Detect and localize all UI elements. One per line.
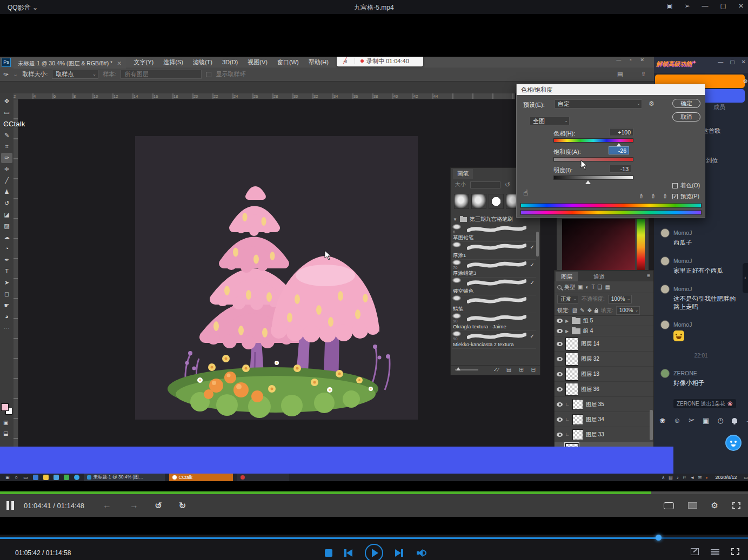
new-brush-icon[interactable]: ⊞ xyxy=(519,367,523,373)
layer-thumbnail[interactable] xyxy=(572,429,583,440)
forward-5-button[interactable]: ↻5 xyxy=(178,500,186,511)
lock-all-icon[interactable] xyxy=(595,310,598,313)
ps-close-icon[interactable]: ✕ xyxy=(640,57,644,63)
dialog-title[interactable]: 色相/饱和度 xyxy=(517,84,705,95)
tray-icon[interactable]: ▤ xyxy=(669,475,673,480)
hue-strip[interactable] xyxy=(637,219,645,270)
ps-tool[interactable]: ✒ xyxy=(1,255,12,265)
settings-gear-icon[interactable]: ⚙ xyxy=(743,78,748,84)
panel-menu-icon[interactable]: ≡ xyxy=(647,273,650,279)
tab-channels[interactable]: 通道 xyxy=(588,272,610,281)
cancel-button[interactable]: 取消 xyxy=(672,112,700,122)
layer-thumbnail[interactable] xyxy=(565,353,578,366)
layer-thumbnail[interactable] xyxy=(565,383,578,396)
lock-position-icon[interactable]: ✥ xyxy=(587,307,592,313)
eyedropper-icon[interactable]: ✑ xyxy=(638,191,645,199)
ps-menu-item[interactable]: 窗口(W) xyxy=(272,57,304,68)
tray-icon[interactable]: ✉ xyxy=(698,475,702,480)
ps-tool[interactable]: ➤ xyxy=(1,278,12,288)
lightness-value[interactable]: -13 xyxy=(610,165,631,173)
visibility-eye-icon[interactable] xyxy=(557,417,563,422)
avatar[interactable] xyxy=(660,228,670,238)
layers-scrollbar[interactable] xyxy=(650,410,653,440)
filter-shape-icon[interactable]: ❑ xyxy=(598,284,603,290)
layer-row[interactable]: ∟ ▶ 图层 34 xyxy=(555,412,653,427)
brush-tip-thumb[interactable] xyxy=(454,194,469,209)
saturation-square[interactable] xyxy=(562,219,635,270)
preview-checkbox[interactable]: ✓预览(P) xyxy=(672,193,699,200)
taskbar-folder-icon[interactable] xyxy=(43,475,49,480)
ps-tool[interactable]: ✥ xyxy=(1,96,12,106)
minimize-icon[interactable]: — xyxy=(702,2,709,10)
settings-gear-icon[interactable]: ⚙ xyxy=(711,501,718,510)
layer-row[interactable]: ∟ ▶ 组 5 xyxy=(555,316,653,326)
brush-item[interactable]: 蜡笔 ✓ xyxy=(452,295,536,313)
taskbar-app-button[interactable] xyxy=(237,474,289,481)
flower-gift-icon[interactable]: ❀ xyxy=(659,416,665,424)
play-button[interactable] xyxy=(365,544,383,560)
tray-chevron-icon[interactable]: ∧ xyxy=(662,475,665,480)
tray-volume-icon[interactable]: ◄ xyxy=(690,475,694,480)
fullscreen-icon[interactable] xyxy=(731,548,739,555)
members-tab[interactable]: 成员 xyxy=(713,103,725,111)
layer-row[interactable]: ∟ ▶ 图层 32 xyxy=(555,352,653,367)
eyedropper-minus-icon[interactable]: ✑ xyxy=(662,191,669,199)
libraries-icon[interactable]: ▤ xyxy=(617,71,623,78)
targeted-adjustment-icon[interactable]: ☝ xyxy=(523,188,528,198)
reset-icon[interactable]: ↺ xyxy=(505,181,510,188)
muted-speaker-icon[interactable]: ◄╱ xyxy=(342,58,348,64)
visibility-eye-icon[interactable] xyxy=(557,342,563,346)
ps-tool[interactable]: T xyxy=(1,266,12,276)
tray-icon[interactable]: ♪ xyxy=(677,475,679,480)
close-icon[interactable]: ✕ xyxy=(738,2,744,10)
brush-item[interactable]: 6 草图铅笔 ✓ xyxy=(452,224,536,242)
send-arrow-icon[interactable]: → xyxy=(745,416,748,424)
filter-type-icon[interactable]: T xyxy=(592,284,595,290)
ps-minimize-icon[interactable]: — xyxy=(616,57,621,63)
ps-tool[interactable]: ╱ xyxy=(1,176,12,186)
hue-slider[interactable] xyxy=(553,138,633,143)
hue-value[interactable]: +100 xyxy=(610,128,633,136)
taskbar-photoshop-button[interactable]: 未标题-1 @ 30.4% (图… xyxy=(84,474,165,481)
screen-mode-icon[interactable]: ⬓ xyxy=(3,430,8,436)
share-icon[interactable]: ⇧ xyxy=(641,71,646,78)
ps-menu-item[interactable]: 视图(V) xyxy=(243,57,272,68)
fill-dropdown[interactable]: 100% xyxy=(616,306,640,315)
stop-button[interactable] xyxy=(325,549,332,557)
next-button[interactable] xyxy=(395,549,403,557)
stroke-preview-slider[interactable] xyxy=(455,369,478,370)
sample-size-dropdown[interactable]: 取样点 xyxy=(52,70,98,79)
ok-button[interactable]: 确定 xyxy=(672,99,700,108)
mini-mode-icon[interactable]: ➢ xyxy=(685,2,690,10)
opacity-dropdown[interactable]: 100% xyxy=(608,295,632,303)
bell-icon[interactable] xyxy=(732,418,737,423)
brush-scrollbar[interactable] xyxy=(536,232,539,257)
channel-dropdown[interactable]: 全图 xyxy=(530,117,570,125)
layer-thumbnail[interactable] xyxy=(565,338,578,350)
maximize-icon[interactable]: ▢ xyxy=(720,2,726,10)
ps-menu-item[interactable]: 3D(D) xyxy=(217,57,243,68)
ps-tool[interactable]: ↺ xyxy=(1,198,12,208)
avatar[interactable] xyxy=(660,257,670,266)
chat-maximize-icon[interactable]: ▢ xyxy=(730,59,734,65)
lock-transparent-icon[interactable]: ▨ xyxy=(572,307,577,313)
ps-tool[interactable]: ⋯ xyxy=(1,323,12,333)
visibility-eye-icon[interactable] xyxy=(557,402,563,407)
ps-tool[interactable]: ☛ xyxy=(1,300,12,311)
avatar[interactable] xyxy=(660,369,670,378)
ps-tool[interactable]: ▨ xyxy=(1,221,12,231)
brush-item[interactable]: 90 Miekko-kanciasta z textura ✓ xyxy=(452,331,536,349)
filter-adjust-icon[interactable]: ◐ xyxy=(585,284,589,290)
brush-size-field[interactable] xyxy=(470,181,500,188)
collapse-handle[interactable]: ‹ xyxy=(743,263,748,293)
ps-tool[interactable]: ◔ xyxy=(1,244,12,254)
brush-folder-row[interactable]: ▼ 第三期九宫格笔刷 xyxy=(453,215,513,223)
ps-tool[interactable]: ✎ xyxy=(1,130,12,140)
ps-menu-item[interactable]: 选择(S) xyxy=(158,57,188,68)
tab-layers[interactable]: 图层 xyxy=(556,272,578,281)
ps-restore-icon[interactable]: ▫ xyxy=(630,57,631,63)
ps-tool[interactable]: ♟ xyxy=(1,187,12,197)
taskbar-app-icon[interactable] xyxy=(54,475,59,480)
ps-tool[interactable]: ◪ xyxy=(1,210,12,220)
brush-item[interactable]: 厚涂1 ✓ xyxy=(452,242,536,260)
